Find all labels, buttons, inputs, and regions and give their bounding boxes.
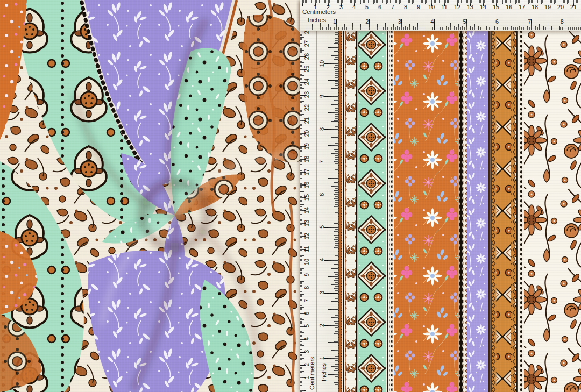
inch-number: 6 [495, 18, 499, 25]
stripe-teardrop-chain-separator [458, 30, 467, 392]
stripe-orange-ditsy-floral [394, 30, 458, 392]
inches-label: Inches [321, 363, 327, 381]
cm-number: 12 [454, 4, 460, 10]
cm-number: 24 [303, 79, 310, 85]
vertical-ruler-divider [316, 0, 317, 392]
inches-label: Inches [308, 17, 326, 23]
inch-number: 7 [528, 18, 531, 25]
cm-number: 22 [303, 104, 310, 111]
twisted-fabric-photo [0, 0, 300, 392]
cm-number: 9 [417, 4, 420, 10]
stripe-mint-medallions [356, 30, 388, 392]
inch-number: 6 [318, 193, 325, 196]
cm-number: 21 [570, 4, 577, 10]
cm-number: 11 [303, 246, 310, 252]
cm-number: 15 [303, 194, 310, 201]
stripe-brown-line [488, 30, 491, 392]
cm-number: 9 [303, 273, 310, 276]
inch-number: 1 [333, 18, 336, 25]
inch-number: 2 [365, 18, 369, 25]
cm-number: 3 [303, 350, 310, 353]
cm-number: 25 [303, 66, 310, 72]
cm-number: 20 [303, 130, 310, 137]
cm-number: 5 [303, 324, 310, 327]
inch-number: 4 [430, 18, 434, 25]
cm-number: 26 [303, 53, 310, 59]
cm-number: 27 [303, 40, 310, 46]
cm-number: 21 [303, 117, 310, 124]
cm-number: 8 [303, 286, 310, 289]
cm-number: 14 [303, 207, 310, 213]
cm-number: 11 [441, 4, 447, 10]
horizontal-ruler-divider [300, 16, 581, 16]
cm-number: 13 [303, 220, 310, 226]
flat-fabric-swatch [329, 30, 581, 392]
cm-number: 7 [391, 4, 394, 10]
stripe-orange-medallions [491, 30, 518, 392]
stripe-cream-large-brown-floral [524, 30, 581, 392]
vertical-inch-tick-marks [324, 0, 338, 392]
stripe-black-dash-separator-2 [518, 30, 524, 392]
inch-number: 10 [318, 60, 325, 67]
stripe-lilac-white-floral [467, 30, 488, 392]
cm-number: 14 [480, 4, 486, 10]
cm-number: 7 [303, 299, 310, 302]
cm-number: 15 [493, 4, 499, 10]
fabric-product-photo: 1234567891011121314151617181920212223242… [0, 0, 581, 392]
inch-number: 3 [398, 18, 401, 25]
centimeters-label: Centimeters [309, 357, 315, 390]
cm-number: 10 [428, 4, 435, 10]
cm-number: 8 [404, 4, 407, 10]
inch-number: 5 [318, 225, 325, 229]
cm-number: 4 [352, 4, 356, 10]
cm-number: 18 [532, 4, 538, 10]
cm-number: 10 [303, 259, 310, 265]
inch-number: 8 [318, 127, 325, 131]
inch-number: 1 [318, 357, 325, 360]
inch-number: 7 [318, 160, 325, 163]
cm-number: 12 [303, 233, 310, 239]
cm-number: 4 [303, 337, 310, 340]
stripe-black-dash-separator [388, 30, 394, 392]
cm-number: 13 [467, 4, 473, 10]
cm-number: 16 [506, 4, 512, 10]
cm-number: 17 [519, 4, 525, 10]
cm-number: 20 [557, 4, 564, 10]
inch-number: 3 [318, 291, 325, 294]
cm-number: 5 [365, 4, 369, 10]
cm-number: 3 [339, 4, 343, 10]
inch-number: 4 [318, 258, 325, 261]
cm-number: 19 [544, 4, 551, 10]
centimeters-label: Centimeters [302, 9, 336, 15]
horizontal-ruler: 123456789101112131415161718192021 123456… [300, 0, 581, 31]
cm-number: 16 [303, 181, 310, 188]
cm-number: 6 [378, 4, 381, 10]
inch-number: 5 [463, 18, 466, 25]
cm-number: 18 [303, 156, 310, 162]
cm-number: 6 [303, 311, 310, 315]
stripe-cream-fan-flowers [345, 30, 356, 392]
cm-number: 19 [303, 143, 310, 149]
horizontal-inch-tick-marks [300, 19, 581, 30]
inch-number: 8 [561, 18, 564, 25]
inch-number: 2 [318, 324, 325, 327]
cm-number: 23 [303, 91, 310, 98]
vertical-ruler: 1234567891011121314151617181920212223242… [300, 0, 338, 392]
cm-number: 17 [303, 168, 310, 175]
inch-number: 9 [318, 95, 325, 98]
